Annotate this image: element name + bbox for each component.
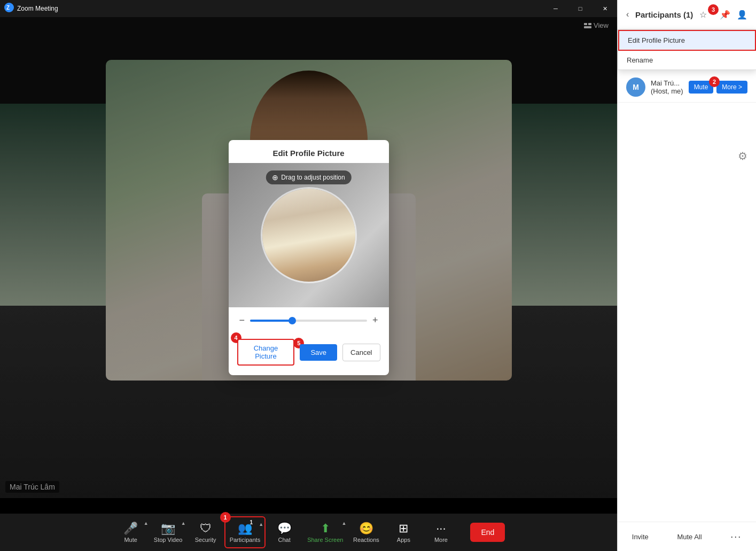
titlebar-controls: ─ □ ✕ <box>543 0 617 17</box>
camera-icon: 📷 <box>161 522 175 536</box>
step1-badge: 1 <box>220 512 231 523</box>
panel-icons: ☆ 3 📌 👤 <box>699 10 747 20</box>
slider-thumb[interactable] <box>289 317 296 324</box>
mute-chevron[interactable]: ▲ <box>144 521 149 526</box>
apps-label: Apps <box>397 537 410 543</box>
mute-label: Mute <box>124 537 137 543</box>
share-screen-icon: ⬆ <box>321 522 330 536</box>
star-icon[interactable]: ☆ <box>699 10 707 20</box>
apps-toolbar-item[interactable]: ⊞ Apps <box>385 516 422 548</box>
pin-icon[interactable]: 📌 <box>720 10 730 20</box>
gear-icon[interactable]: ⚙ <box>738 150 747 162</box>
security-toolbar-item[interactable]: 🛡 Security <box>187 516 224 548</box>
modal-circle-image <box>262 189 355 282</box>
more-label: More <box>434 537 448 543</box>
apps-icon: ⊞ <box>399 522 408 536</box>
edit-profile-modal: Edit Profile Picture ⊕ Drag to adjust po… <box>229 140 389 375</box>
mute-toolbar-item[interactable]: 🎤 Mute ▲ <box>112 516 150 548</box>
participants-toolbar-item[interactable]: 1 👥 1 Participants ▲ <box>224 516 266 548</box>
security-label: Security <box>195 537 216 543</box>
chat-toolbar-item[interactable]: 💬 Chat <box>266 516 303 548</box>
close-button[interactable]: ✕ <box>593 0 617 17</box>
mute-all-button[interactable]: Mute All <box>671 529 708 545</box>
more-options-button[interactable]: ··· <box>724 527 748 547</box>
security-icon: 🛡 <box>200 522 212 536</box>
mic-icon: 🎤 <box>123 522 138 536</box>
save-button[interactable]: Save <box>300 344 337 361</box>
panel-collapse-icon[interactable]: ‹ <box>626 10 629 19</box>
drag-icon: ⊕ <box>272 173 278 182</box>
step2-badge: 2 <box>709 76 720 87</box>
zoom-icon: Z <box>4 3 14 14</box>
share-screen-label: Share Screen <box>307 537 343 543</box>
more-participant-button[interactable]: More > <box>716 81 747 94</box>
reactions-toolbar-item[interactable]: 😊 Reactions <box>347 516 385 548</box>
modal-overlay: Edit Profile Picture ⊕ Drag to adjust po… <box>0 17 617 498</box>
titlebar-title: Zoom Meeting <box>17 5 58 12</box>
rename-item[interactable]: Rename <box>618 51 756 69</box>
edit-profile-picture-item[interactable]: Edit Profile Picture <box>618 30 756 51</box>
participants-count: 1 <box>250 519 253 525</box>
panel-title: Participants (1) <box>635 10 693 19</box>
panel-footer: Invite Mute All ··· <box>618 522 756 551</box>
share-screen-toolbar-item[interactable]: ⬆ Share Screen ▲ <box>303 516 347 548</box>
more-icon: ··· <box>436 522 446 536</box>
svg-text:Z: Z <box>6 5 10 11</box>
stop-video-toolbar-item[interactable]: 📷 Stop Video ▲ <box>150 516 187 548</box>
slider-plus-button[interactable]: + <box>372 315 378 326</box>
chat-icon: 💬 <box>277 522 292 536</box>
more-btn-wrapper: 2 More > <box>716 81 747 94</box>
minimize-button[interactable]: ─ <box>543 0 568 17</box>
titlebar: Z Zoom Meeting ─ □ ✕ <box>0 0 617 17</box>
drag-hint-text: Drag to adjust position <box>281 174 345 181</box>
right-panel: ‹ Participants (1) ☆ 3 📌 👤 Edit Profile … <box>617 0 756 551</box>
end-button[interactable]: End <box>470 523 505 542</box>
share-chevron[interactable]: ▲ <box>341 521 346 526</box>
more-toolbar-item[interactable]: ··· More <box>422 516 459 548</box>
change-picture-wrapper: 4 Change Picture <box>237 339 295 366</box>
profile-icon[interactable]: 👤 <box>737 10 747 20</box>
slider-minus-button[interactable]: − <box>239 315 245 326</box>
slider-track[interactable] <box>250 320 367 322</box>
modal-circle <box>261 187 357 283</box>
slider-fill <box>250 320 291 322</box>
invite-button[interactable]: Invite <box>626 529 655 545</box>
drag-hint: ⊕ Drag to adjust position <box>266 170 351 184</box>
reactions-label: Reactions <box>353 537 379 543</box>
chat-label: Chat <box>278 537 291 543</box>
participant-row: M Mai Trú... (Host, me) Mute 2 More > <box>618 72 756 103</box>
slider-row: − + <box>229 307 389 331</box>
participants-label: Participants <box>230 537 260 543</box>
panel-header: ‹ Participants (1) ☆ 3 📌 👤 <box>618 0 756 29</box>
participant-name: Mai Trú... (Host, me) <box>651 79 689 95</box>
save-wrapper: 5 Save <box>300 344 337 361</box>
modal-title: Edit Profile Picture <box>229 140 389 163</box>
cancel-button[interactable]: Cancel <box>342 344 380 361</box>
toolbar: 🎤 Mute ▲ 📷 Stop Video ▲ 🛡 Security 1 👥 1… <box>0 514 617 551</box>
change-picture-button[interactable]: Change Picture <box>237 339 295 366</box>
stop-video-chevron[interactable]: ▲ <box>181 521 186 526</box>
maximize-button[interactable]: □ <box>568 0 593 17</box>
reactions-icon: 😊 <box>359 522 373 536</box>
modal-actions: 4 Change Picture 5 Save Cancel <box>229 331 389 375</box>
stop-video-label: Stop Video <box>154 537 183 543</box>
dropdown-menu: Edit Profile Picture Rename <box>618 29 756 70</box>
step3-badge: 3 <box>708 4 719 15</box>
modal-image-area[interactable]: ⊕ Drag to adjust position <box>229 163 389 307</box>
participant-avatar: M <box>626 77 645 97</box>
participants-chevron[interactable]: ▲ <box>259 522 263 527</box>
